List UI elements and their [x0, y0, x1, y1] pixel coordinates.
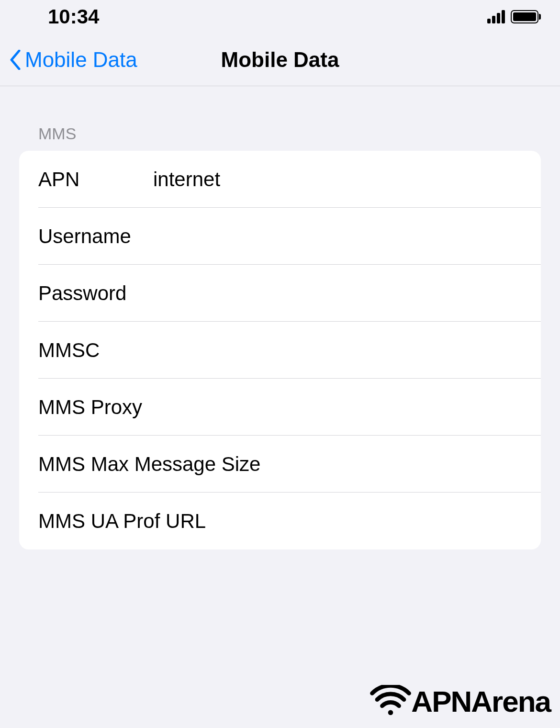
back-button-label: Mobile Data — [25, 48, 137, 72]
mms-ua-prof-input[interactable] — [206, 510, 522, 533]
password-input[interactable] — [153, 282, 522, 305]
password-row[interactable]: Password — [19, 265, 541, 322]
cellular-signal-icon — [487, 10, 505, 23]
status-indicators — [487, 10, 541, 23]
mmsc-row[interactable]: MMSC — [19, 322, 541, 379]
back-button[interactable]: Mobile Data — [10, 48, 137, 72]
wifi-icon — [369, 685, 412, 718]
mms-proxy-label: MMS Proxy — [38, 396, 153, 419]
battery-icon — [511, 10, 541, 23]
apn-label: APN — [38, 168, 153, 191]
mms-max-size-input[interactable] — [260, 453, 522, 476]
mms-ua-prof-row[interactable]: MMS UA Prof URL — [19, 493, 541, 549]
mms-max-size-label: MMS Max Message Size — [38, 453, 260, 476]
footer-logo: APNArena — [369, 684, 550, 718]
password-label: Password — [38, 282, 153, 305]
username-label: Username — [38, 225, 153, 248]
mmsc-input[interactable] — [153, 339, 522, 362]
mmsc-label: MMSC — [38, 339, 153, 362]
section-header: MMS — [19, 124, 541, 143]
mms-ua-prof-label: MMS UA Prof URL — [38, 510, 206, 533]
mms-proxy-row[interactable]: MMS Proxy — [19, 379, 541, 436]
status-time: 10:34 — [48, 5, 99, 28]
apn-input[interactable] — [153, 168, 522, 191]
footer-logo-text: APNArena — [411, 684, 550, 718]
mms-proxy-input[interactable] — [153, 396, 522, 419]
navigation-bar: Mobile Data Mobile Data — [0, 34, 560, 86]
username-input[interactable] — [153, 225, 522, 248]
mms-max-size-row[interactable]: MMS Max Message Size — [19, 436, 541, 493]
chevron-left-icon — [10, 50, 21, 70]
apn-row[interactable]: APN — [19, 151, 541, 208]
status-bar: 10:34 — [0, 0, 560, 34]
page-title: Mobile Data — [221, 48, 339, 72]
mms-settings-group: APN Username Password MMSC MMS Proxy — [19, 151, 541, 549]
username-row[interactable]: Username — [19, 208, 541, 265]
content-area: MMS APN Username Password MMSC — [0, 86, 560, 549]
